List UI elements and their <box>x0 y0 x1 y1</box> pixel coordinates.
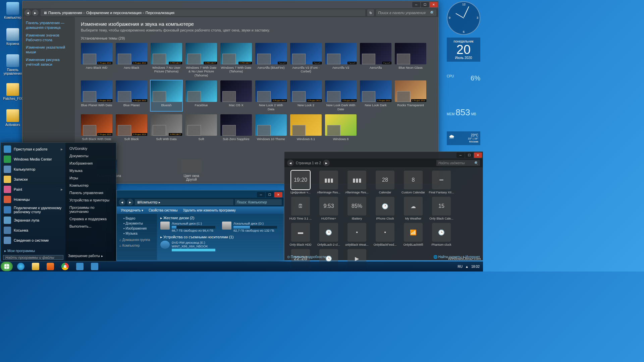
theme-item[interactable]: X Project 2010Aero Black WD <box>81 43 112 77</box>
sidebar-link[interactable]: Изменение рисунка учётной записи <box>26 57 71 67</box>
start-menu-link[interactable]: OVGorskiy <box>65 145 116 152</box>
start-search-input[interactable]: Найти программы и файлы <box>3 255 63 260</box>
theme-item[interactable]: PainteRAeroAlfa <box>360 43 391 77</box>
gadget-item[interactable]: ▬Only Black HDD <box>287 223 314 246</box>
breadcrumb-item[interactable]: Панель управления <box>48 11 82 15</box>
start-menu-link[interactable]: Документы <box>65 152 116 160</box>
start-menu-item[interactable]: Сведения о системе <box>1 235 65 245</box>
desktop-icon-компьютер[interactable]: Компьютер <box>3 2 23 19</box>
theme-item[interactable]: X Project 2010New Look Dark With Date <box>325 80 357 111</box>
start-menu-item[interactable]: Экранная лупа <box>1 215 65 225</box>
start-menu-link[interactable]: Компьютер <box>65 182 116 189</box>
tray-lang[interactable]: RU <box>458 265 463 268</box>
gadget-item[interactable]: 15Only Black Cale... <box>428 197 455 220</box>
back-button[interactable]: ◄ <box>24 9 31 16</box>
theme-item[interactable]: X Project 2010Aero Black <box>116 43 147 77</box>
shutdown-button[interactable]: Завершение работы <box>68 254 100 258</box>
next-page-button[interactable]: ► <box>323 160 330 166</box>
theme-item[interactable]: X-PROJECTSoft With Data <box>151 114 182 141</box>
maximize-button[interactable]: ☐ <box>266 192 274 197</box>
desktop-icon-корзина[interactable]: Корзина <box>3 28 23 46</box>
theme-item[interactable]: X-PROJECTWindows 7 No User Picture (Taho… <box>151 43 182 77</box>
sidebar-link[interactable]: Изменение указателей мыши <box>26 45 71 55</box>
start-menu-item[interactable]: Косынка <box>1 225 65 235</box>
system-tray[interactable]: RU ▲ 18:02 <box>458 265 482 268</box>
minimize-button[interactable]: ─ <box>457 153 465 158</box>
maximize-button[interactable]: ☐ <box>421 2 429 7</box>
gadget-item[interactable]: ☁My Weather <box>400 197 427 220</box>
theme-item[interactable]: X Project 2010New Look 2 With Data <box>255 80 287 111</box>
theme-item[interactable]: X-PROJECTWindows 7 With Date (Tahoma) <box>220 43 252 77</box>
tray-flag-icon[interactable]: ▲ <box>465 265 469 268</box>
calendar-gadget[interactable]: понедельник 20 Июль 2020 <box>447 38 480 62</box>
drive-item[interactable]: Локальный диск (C:)88,7 ГБ свободно из 9… <box>160 222 215 232</box>
theme-item[interactable]: X Project 2010Soft Black <box>116 114 147 141</box>
search-input[interactable]: Поиск: Компьютер <box>235 199 282 205</box>
nav-item[interactable]: ▪ Музыка <box>119 231 154 236</box>
desktop-icon-панель-управления[interactable]: Панель управления <box>3 54 23 75</box>
window-color-option[interactable]: Цвет окна Другой <box>181 160 202 181</box>
toolbar-button[interactable]: Свойства системы <box>149 208 177 212</box>
weather-gadget[interactable]: 🌧 23°C 22° | 16° Москва <box>447 131 480 145</box>
memory-meter-gadget[interactable]: MEM853MB <box>447 107 480 118</box>
forward-button[interactable]: ► <box>127 199 133 205</box>
start-menu-item[interactable]: Приступая к работе▶ <box>1 144 65 154</box>
window-titlebar[interactable]: ─ ☐ ✕ <box>256 191 283 198</box>
nav-item[interactable]: ▪ Видео <box>119 216 154 221</box>
theme-item[interactable]: X Project 2010Rocks Transparent <box>395 80 426 111</box>
nav-item[interactable]: ▪ Изображения <box>119 226 154 231</box>
gadget-item[interactable]: ▪OnlyBlackFeed... <box>372 223 398 246</box>
theme-item[interactable]: X-PROJECTWindows 7 With Date & No User P… <box>185 43 217 77</box>
desktop-icon-patches_fix[interactable]: Patches_FIX <box>3 83 23 101</box>
gadget-item[interactable]: 19:20Цифровые ч... <box>287 171 314 194</box>
gadget-item[interactable]: 8Custom Calendar <box>400 171 427 194</box>
dvd-drive[interactable]: DVD RW дисковод (E:) WIN7_X86_X64_NBOOK <box>160 241 280 251</box>
window-titlebar[interactable]: ─ ☐ ✕ <box>22 1 438 8</box>
gadget-item[interactable]: ▮▮▮Afterimage Res... <box>343 171 370 194</box>
gadget-item[interactable]: 🕐iPhone Clock <box>372 197 398 220</box>
search-input[interactable]: Поиск в панели управления 🔍 <box>376 9 436 16</box>
shutdown-options-button[interactable]: ▸ <box>101 254 103 258</box>
gadget-item[interactable]: ▪onlyBlack Weat... <box>343 223 370 246</box>
start-menu-item[interactable]: Записки <box>1 174 65 184</box>
gadget-item[interactable]: 9:53HUDTime+ <box>315 197 342 220</box>
drive-item[interactable]: Локальный диск (D:)82,7 ГБ свободно из 1… <box>222 222 277 232</box>
start-menu-link[interactable]: Музыка <box>65 167 116 174</box>
close-button[interactable]: ✕ <box>474 153 482 158</box>
sidebar-link[interactable]: Изменение значков Рабочего стола <box>26 33 71 43</box>
gadget-item[interactable]: ═Final Fantasy XII... <box>428 171 455 194</box>
toolbar-button[interactable]: Удалить или изменить программу <box>183 208 236 212</box>
breadcrumb[interactable]: 🖥 Панель управления ▸ Оформление и персо… <box>41 9 365 16</box>
taskbar-ie[interactable] <box>14 262 28 271</box>
start-menu-link[interactable]: Справка и поддержка <box>65 215 116 223</box>
theme-item[interactable]: X Project 2010New Look Dark <box>360 80 391 111</box>
start-menu-link[interactable]: Изображения <box>65 160 116 167</box>
theme-item[interactable]: X Project 2010Blue Planet <box>116 80 147 111</box>
breadcrumb[interactable]: 🖥 Компьютер ▸ <box>135 199 233 205</box>
gadget-item[interactable]: 🕑OnlyBLack-2 cl... <box>315 223 342 246</box>
theme-item[interactable]: PainteRAeroAlfa V2 <box>325 43 357 77</box>
start-menu-item[interactable]: Калькулятор <box>1 164 65 174</box>
gadget-item[interactable]: 28Calendar <box>372 171 398 194</box>
start-menu-link[interactable]: Устройства и принтеры <box>65 196 116 204</box>
theme-item[interactable]: Windows 8.1 <box>290 114 322 141</box>
start-menu-item[interactable]: Paint▶ <box>1 184 65 194</box>
forward-button[interactable]: ► <box>32 9 39 16</box>
theme-item[interactable]: X Project 2010Blue Planet With Date <box>81 80 112 111</box>
prev-page-button[interactable]: ◄ <box>287 160 294 166</box>
theme-item[interactable]: Blue Neon Glass <box>395 43 426 77</box>
gadget-item[interactable]: 🕒Phantom clock <box>428 223 455 246</box>
start-menu-item[interactable]: Подключение к удаленному рабочему столу <box>1 204 65 215</box>
breadcrumb-item[interactable]: Персонализация <box>146 11 174 15</box>
taskbar-explorer[interactable] <box>29 262 42 271</box>
taskbar-app[interactable] <box>88 262 101 271</box>
taskbar-app[interactable] <box>73 262 87 271</box>
gadget-item[interactable]: ▮▮▮Afterimage Res... <box>315 171 342 194</box>
theme-item[interactable]: Soft <box>185 114 217 141</box>
taskbar-media-player[interactable] <box>44 262 57 271</box>
back-button[interactable]: ◄ <box>119 199 125 205</box>
start-menu-link[interactable]: Выполнить... <box>65 223 116 230</box>
gadget-item[interactable]: 📶OnlyBLackWifi <box>400 223 427 246</box>
start-menu-item[interactable]: Windows Media Center <box>1 154 65 164</box>
gadget-item[interactable]: 85%iBattery <box>343 197 370 220</box>
